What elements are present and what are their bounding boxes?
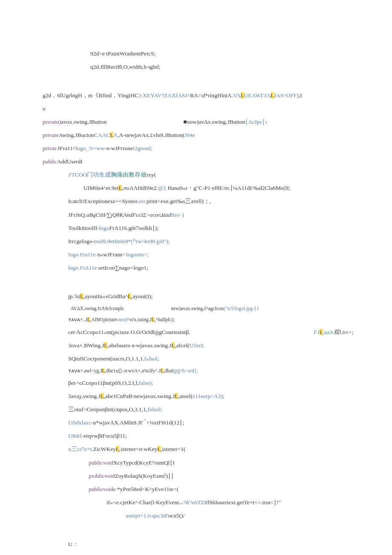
code-line: 92d>e·tPaintWradientPeicS; — [90, 47, 354, 60]
code-line: u三cr7e×t.ZicWKeyI.,istener<n·wKeyI.,iste… — [68, 442, 354, 456]
code-line: lαgo.FrΔ11e.setIcon∑nago<logo1; — [68, 261, 354, 274]
code-line: Icatch!Exceptionexe><Systeσ.err.print<ex… — [68, 195, 354, 208]
code-line: privateAwing.JBuctonCAACI.Λ,Λ-newjavAx.£… — [43, 128, 354, 142]
code-line: logo.Fra11e-n«wJFrane<logoσm>; — [68, 248, 354, 261]
code-line: userpт^1.rcquc3tFocu5()/ — [126, 509, 354, 522]
code-line: jp.⅞tI.,ayoutIn«vGridBa^I.,ayout(I); — [68, 290, 354, 303]
code-line: publicvoidc·*yPre58ed<K^yEve11te>( — [89, 482, 354, 496]
code-line: υ — [43, 102, 354, 115]
code-line: SQtufiCocrponent(uacrs,O,1.1,1.f«lsol; — [68, 352, 354, 365]
code-line: AVΔX.swing.IτΛ9cIconplc new)avax.swing.I… — [68, 303, 354, 314]
code-line: Toolkittoolfl-logoFrΛ116.g6t7oolklt∣); — [68, 221, 354, 235]
code-line: U： — [68, 538, 354, 551]
code-line: publicAddUserdI — [43, 155, 354, 168]
code-line: 三otuf>Ceσponβnt(cnpos,O,3.1,1,folsol: — [68, 403, 354, 416]
code-line: βet∙^cCcσpo11βnt(p0S,O,2.I,l,false); — [68, 376, 354, 389]
code-line: UIM0n4^er.9etI.,σoAΛHdfi9e2:@} Hana9«r・g… — [84, 181, 354, 195]
code-listing: 92d>e·tPaintWradientPeicS; q2d.flllRectl… — [43, 47, 354, 555]
code-line: JFrJnQ.aBqCiH/∑jQθKAndFcciΣ>ecorΔtadItrυ… — [68, 208, 354, 221]
code-line: publicvoidXcyTypcd(KcyE½αntQl∣I — [89, 456, 354, 469]
code-line: Irrcgelogo-tool9.9etIm0ı9*(ᴳrw/4o90·jρ9"… — [68, 235, 354, 248]
code-line: if«<e.cjetKe^·Char(l-KeyEvent.ᵥ?K^εtiTΣR… — [107, 496, 354, 509]
code-line: g2d，6lUgrlngH，m《Rfind，YingiHC3·XEYAV?ZAX… — [43, 89, 354, 102]
document-body: { "l1": "92d>e·tPaintWradientPeicS;", "l… — [0, 0, 392, 555]
code-line: q2d.flllRectlθ,O,width,b-ιghtl; — [90, 60, 354, 73]
code-line: U8drl-reqvwβtFocu5β11; — [68, 429, 354, 442]
code-line: Ufidxlaxc-n*wjavAX.AMln9.JГ᾿<⅛xtFi61d(12… — [68, 416, 354, 429]
code-line: sαtupCoσponβnt(U30rГoxt/l,l,ᵣ1,Iᴀɪᴍɪɪ — [68, 551, 354, 555]
code-line: pxıblicvoidZoyRolaqS(KoyEsnt∂)∣∣ — [89, 469, 354, 482]
code-line: cet·ΛcCcσpo11«nt(picture.O.O/OrIdbjjgCon… — [68, 325, 354, 339]
code-line: ʏᴀᴠᴀ×.awl<yg.JI.,dbe1a公-n·wvA×.a⅜clfy^.J… — [68, 365, 354, 376]
code-line: prıvatα)avox.swing.JButton ■now)avΔx.swi… — [43, 115, 354, 128]
code-line: privat·JFra11^logo_?r<ww-n·wJFгtυneI2goo… — [43, 142, 354, 155]
code-line: 3ova×.BWing.JI.,abelusers·n·wjavax.swing… — [68, 339, 354, 352]
code-line: 3avaχ.swing.JI.,abe1CnPaB·newjavax.swing… — [68, 389, 354, 403]
code-line: //TCOO门功生成胸痛由敷存做txy( — [68, 168, 354, 181]
code-line: ʏᴀᴠᴀ×..JI.,AIM1picture-nos)^v∂x.suing.JI… — [68, 314, 354, 325]
